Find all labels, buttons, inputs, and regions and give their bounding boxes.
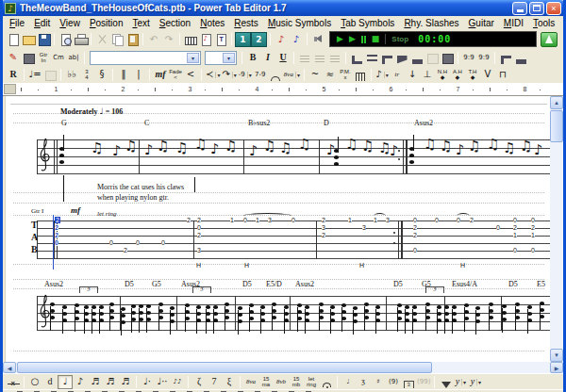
marcato-button[interactable] (438, 375, 453, 389)
half-note-button[interactable]: d (42, 375, 58, 389)
double-dotted-note-button[interactable]: ♩·· (155, 375, 170, 389)
floating-text-button[interactable] (21, 51, 36, 65)
note-red-button[interactable]: ♪ (274, 32, 289, 47)
section-remove-button[interactable] (364, 51, 379, 65)
menu-tab-symbols[interactable]: Tab Symbols (336, 17, 399, 29)
vertical-scroll-thumb[interactable] (550, 110, 563, 142)
print-button[interactable] (73, 32, 88, 47)
bold-button[interactable]: B (245, 51, 260, 65)
font-name-combo[interactable]: ▾ (90, 51, 201, 65)
menu-position[interactable]: Position (85, 17, 128, 29)
line-spacing-a-button[interactable]: 9:9 (461, 51, 476, 65)
menu-tools[interactable]: Tools (528, 17, 559, 29)
volume-fade-button[interactable]: Fade< (168, 68, 183, 82)
slur-button[interactable] (268, 68, 283, 82)
guitar-in-button[interactable]: GtrIn (36, 51, 51, 65)
play-from-current-button[interactable]: ▶ (349, 35, 356, 43)
dynamic-button[interactable]: mf (153, 68, 168, 82)
metronome-button[interactable] (541, 32, 558, 47)
multibar-rest-button[interactable] (6, 375, 21, 389)
slide-button[interactable]: 7-9 (253, 68, 268, 82)
maximize-button[interactable] (529, 2, 544, 15)
view-score-2-button[interactable]: 2 (251, 32, 267, 47)
rest-toggle-button[interactable]: ʒ (356, 375, 371, 389)
dotted-note-button[interactable]: ♩· (140, 375, 155, 389)
vibrato-bar-button[interactable]: V (480, 68, 495, 82)
menu-text[interactable]: Text (127, 17, 154, 29)
thirtysecond-note-button[interactable]: ♬ (103, 375, 118, 389)
chevron-down-icon[interactable]: ▾ (187, 53, 199, 63)
wide-vibrato-button[interactable]: ≈ (323, 68, 338, 82)
accidental-button[interactable]: ♯ (371, 375, 386, 389)
rest-eighth-button[interactable]: 7 (207, 375, 222, 389)
score-checker-button[interactable] (198, 32, 213, 47)
justify-b-button[interactable] (513, 51, 528, 65)
horizontal-scroll-thumb[interactable] (17, 362, 432, 373)
direction-sign-button[interactable]: § (94, 68, 109, 82)
system-insert-button[interactable] (379, 51, 394, 65)
system-flag-button[interactable] (394, 51, 409, 65)
score-page[interactable]: Moderately ♩ = 106GCB♭sus2DAsus2♫♪♫♪♫♫♫♪… (5, 96, 550, 362)
menu-rhy-slashes[interactable]: Rhy. Slashes (399, 17, 463, 29)
titlebar[interactable]: ♪ TheMeowBand_TheHouseOfCats.ptb - Power… (0, 0, 566, 16)
open-button[interactable] (21, 32, 36, 47)
line-spacing-b-button[interactable]: 9:9 (476, 51, 491, 65)
text-item-button[interactable]: ab| (66, 51, 81, 65)
quarter-note-button[interactable]: ♩ (58, 375, 73, 389)
octave-button[interactable]: 8va▾ (283, 68, 301, 82)
artificial-harmonic-button[interactable]: A.H◆ (450, 68, 465, 82)
octave-8va-button[interactable]: 8va (243, 375, 258, 389)
menu-file[interactable]: File (5, 17, 29, 29)
rest-sixteenth-button[interactable]: ξ (222, 375, 237, 389)
barline-type-button[interactable]: ‖ (116, 68, 131, 82)
octave-15ma-button[interactable]: 15ma (258, 375, 274, 389)
volume-swell-button[interactable]: ≺▾ (205, 68, 221, 82)
format-painter-button[interactable]: ✎ (6, 51, 21, 65)
menu-rests[interactable]: Rests (229, 17, 263, 29)
section-insert-button[interactable] (349, 51, 364, 65)
whole-note-button[interactable]: ○ (27, 375, 42, 389)
natural-harmonic-button[interactable]: N.H◆ (435, 68, 450, 82)
sixtyfourth-note-button[interactable]: ♬ (118, 375, 133, 389)
italic-button[interactable]: I (260, 51, 275, 65)
chord-name-button[interactable]: Cm (51, 51, 66, 65)
scroll-down-button[interactable]: ▼ (550, 349, 563, 362)
menu-midi[interactable]: MIDI (499, 17, 528, 29)
menu-section[interactable]: Section (155, 17, 195, 29)
grace-note-button[interactable]: ♩ (341, 375, 356, 389)
text-page-button[interactable] (213, 32, 228, 47)
menu-notes[interactable]: Notes (195, 17, 229, 29)
horizontal-scrollbar[interactable]: ◀▶ (3, 362, 563, 373)
tapping-button[interactable]: ⊥ (420, 68, 435, 82)
bend-release-button[interactable]: -9▾ (238, 68, 253, 82)
font-size-combo[interactable]: ▾ (205, 51, 237, 65)
key-signature-button[interactable]: ♭♭ (64, 68, 79, 82)
tuplet-feel-button[interactable]: ♪▾ (375, 68, 390, 82)
bend-button[interactable]: ↷▾ (221, 68, 237, 82)
vertical-scrollbar[interactable]: ▲▼ (550, 96, 563, 362)
fermata-button[interactable] (319, 375, 334, 389)
palm-mute-button[interactable]: P.M.x (338, 68, 353, 82)
tremolo-button[interactable]: ↓ (405, 68, 420, 82)
chevron-down-icon[interactable]: ▾ (223, 53, 235, 63)
single-barline-button[interactable]: | (131, 68, 146, 82)
menu-help[interactable]: Help (559, 17, 566, 29)
play-button[interactable]: ▶ (337, 35, 343, 43)
eighth-note-button[interactable]: ♪ (73, 375, 88, 389)
octave-8vb-button[interactable]: 8vb (274, 375, 289, 389)
grace-before-button[interactable]: y▾ (453, 375, 468, 389)
scroll-left-button[interactable]: ◀ (3, 362, 16, 373)
menu-guitar[interactable]: Guitar (464, 17, 499, 29)
rest-quarter-button[interactable]: ζ (191, 375, 207, 389)
system-bar-button[interactable] (409, 51, 424, 65)
tapped-harmonic-button[interactable]: T.H◆ (465, 68, 480, 82)
scroll-right-button[interactable]: ▶ (550, 362, 563, 373)
let-ring-button[interactable]: letring (304, 375, 319, 389)
time-signature-button[interactable]: 34 (79, 68, 94, 82)
dark-tool-button[interactable] (440, 51, 455, 65)
trill-button[interactable]: tr (390, 68, 405, 82)
pickstroke-up-button[interactable]: ⊓ (495, 68, 510, 82)
save-button[interactable] (36, 32, 51, 47)
justify-a-button[interactable] (498, 51, 513, 65)
rehearsal-sign-button[interactable]: R (6, 68, 21, 82)
